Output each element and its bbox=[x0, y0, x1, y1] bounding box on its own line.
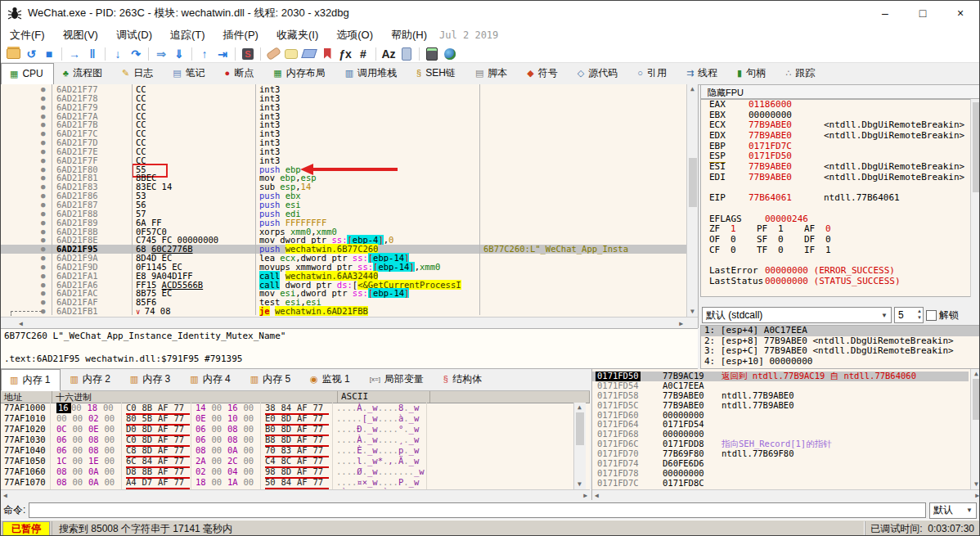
strings-icon[interactable]: Az bbox=[380, 47, 397, 61]
register-row[interactable]: EDI77B9ABE0<ntdll.DbgUiRemoteBreakin> bbox=[701, 173, 980, 183]
menu-视图(V)[interactable]: 视图(V) bbox=[54, 26, 107, 44]
stack-pane[interactable]: 0171FD5077B9AC19返回到 ntdll.77B9AC19 自 ntd… bbox=[591, 369, 980, 500]
call-tree-icon[interactable] bbox=[398, 47, 415, 61]
disasm-hscrollbar[interactable]: ◀ ▶ bbox=[1, 317, 698, 328]
disasm-row[interactable]: ●6AD21F77CCint3 bbox=[1, 85, 698, 94]
register-row[interactable]: LastError00000000 (ERROR_SUCCESS) bbox=[701, 266, 980, 277]
seh-s-icon[interactable]: S bbox=[240, 47, 256, 61]
disasm-row[interactable]: ●6AD21F8653push ebx bbox=[1, 191, 698, 200]
disasm-row[interactable]: ●6AD21F7CCCint3 bbox=[1, 129, 698, 138]
register-value[interactable]: 00000000 (STATUS_SUCCESS) bbox=[765, 277, 901, 287]
pause-icon[interactable]: ‖ bbox=[84, 47, 101, 61]
stack-row[interactable]: 0171FD6000000000 bbox=[592, 411, 969, 421]
registers-vscrollbar[interactable] bbox=[970, 99, 980, 297]
step-into-icon[interactable]: ↓ bbox=[110, 47, 126, 61]
register-row[interactable] bbox=[701, 204, 980, 214]
stack-row[interactable]: 0171FD640171FD54 bbox=[592, 420, 969, 430]
breakpoint-dot[interactable]: ● bbox=[41, 218, 45, 227]
disasm-row[interactable]: ●6AD21F7ACCint3 bbox=[1, 112, 698, 121]
tab-脚本[interactable]: ▤脚本 bbox=[466, 62, 518, 84]
breakpoint-dot[interactable]: ● bbox=[41, 263, 45, 272]
breakpoint-dot[interactable]: ● bbox=[41, 85, 45, 94]
dump-row[interactable]: 77AF100016001800C08BAF77140016003884AF77… bbox=[1, 403, 573, 413]
register-row[interactable]: LastStatus00000000 (STATUS_SUCCESS) bbox=[701, 277, 980, 287]
dump-row[interactable]: 77AF107008000A00A4D7AF7718001A005084AF77… bbox=[1, 477, 573, 488]
run-icon[interactable]: → bbox=[66, 47, 83, 61]
dump-row[interactable]: 77AF10200C000E00D08DAF7706000800B08DAF77… bbox=[1, 424, 573, 435]
tab-符号[interactable]: ◆符号 bbox=[518, 62, 568, 84]
calculator-icon[interactable] bbox=[424, 47, 440, 61]
stack-hscrollbar[interactable]: ◀ ▶ bbox=[592, 489, 980, 500]
breakpoint-dot[interactable]: ● bbox=[41, 254, 45, 263]
disasm-vscrollbar[interactable]: ▲ ▼ bbox=[686, 84, 699, 317]
tab-CPU[interactable]: ▦CPU bbox=[1, 63, 54, 85]
register-row[interactable]: EBP0171FD7C bbox=[701, 142, 980, 152]
menu-收藏夹(I)[interactable]: 收藏夹(I) bbox=[267, 26, 327, 44]
minimize-button[interactable]: – bbox=[866, 1, 904, 25]
breakpoint-dot[interactable]: ● bbox=[41, 156, 45, 165]
execute-till-return-icon[interactable]: ↑ bbox=[196, 47, 213, 61]
breakpoint-dot[interactable]: ● bbox=[41, 236, 45, 245]
stack-row[interactable]: 0171FD7077B69F80ntdll.77B69F80 bbox=[592, 449, 969, 459]
calling-convention-select[interactable]: 默认 (stdcall)▼ bbox=[702, 307, 892, 323]
register-row[interactable]: OF0SF0DF0 bbox=[701, 235, 980, 245]
bookmark-icon[interactable] bbox=[319, 47, 335, 61]
stop-icon[interactable]: ■ bbox=[41, 47, 57, 61]
disasm-row[interactable]: ●6AD21F8383EC 14sub esp,14 bbox=[1, 182, 698, 191]
breakpoint-dot[interactable]: ● bbox=[41, 298, 45, 307]
disasm-row[interactable]: ●6AD21F8857push edi bbox=[1, 209, 698, 218]
register-value[interactable]: 00000000 (ERROR_SUCCESS) bbox=[765, 266, 895, 277]
stack-row[interactable]: 0171FD5C77B9ABE0ntdll.77B9ABE0 bbox=[592, 401, 969, 411]
registers-hscrollbar[interactable] bbox=[700, 297, 980, 305]
register-value[interactable]: 01186000 bbox=[748, 100, 792, 110]
stack-row[interactable]: 0171FD54A0C17EEA bbox=[592, 381, 969, 391]
hide-fpu-button[interactable]: 隐藏FPU bbox=[700, 84, 980, 99]
breakpoint-dot[interactable]: ● bbox=[41, 147, 45, 156]
register-row[interactable]: EAX01186000 bbox=[701, 100, 980, 110]
tab-SEH链[interactable]: §SEH链 bbox=[407, 62, 466, 84]
tab-内存 3[interactable]: ▥内存 3 bbox=[121, 368, 181, 390]
function-icon[interactable]: ƒx bbox=[337, 47, 353, 61]
register-list[interactable]: EAX01186000EBX00000000ECX77B9ABE0<ntdll.… bbox=[700, 99, 980, 297]
breakpoint-dot[interactable]: ● bbox=[41, 209, 45, 218]
stack-row[interactable]: 0171FD7C0171FD8C bbox=[592, 479, 969, 489]
breakpoint-dot[interactable]: ● bbox=[41, 120, 45, 129]
menu-文件(F)[interactable]: 文件(F) bbox=[1, 26, 54, 44]
tab-结构体[interactable]: §结构体 bbox=[434, 368, 492, 390]
dump-hscrollbar[interactable]: ◀ ▶ bbox=[1, 489, 590, 500]
registers-pane[interactable]: 隐藏FPU EAX01186000EBX00000000ECX77B9ABE0<… bbox=[700, 84, 980, 369]
open-folder-icon[interactable] bbox=[5, 47, 21, 61]
register-row[interactable]: EFLAGS00000246 bbox=[701, 214, 980, 225]
argument-count-spinner[interactable]: 5 ▲▼ bbox=[894, 307, 924, 323]
register-value[interactable]: 00000246 bbox=[765, 214, 808, 225]
tab-流程图[interactable]: ♣流程图 bbox=[54, 62, 113, 84]
command-combo[interactable]: 默认▼ bbox=[929, 502, 977, 519]
stack-row[interactable]: 0171FD74D60FE6D6 bbox=[592, 459, 969, 469]
tab-内存 5[interactable]: ▥内存 5 bbox=[241, 368, 301, 390]
tab-引用[interactable]: ○引用 bbox=[628, 62, 677, 84]
tab-线程[interactable]: ⇉线程 bbox=[677, 62, 728, 84]
tab-日志[interactable]: ✎日志 bbox=[113, 62, 164, 84]
memory-dump-pane[interactable]: 地址 十六进制 ASCII 77AF100016001800C08BAF7714… bbox=[1, 391, 590, 500]
run-to-user-code-icon[interactable]: ⇥ bbox=[214, 47, 231, 61]
breakpoint-dot[interactable]: ● bbox=[41, 94, 45, 103]
label-icon[interactable] bbox=[301, 47, 317, 61]
register-row[interactable]: CF0TF0IF1 bbox=[701, 245, 980, 256]
breakpoint-dot[interactable]: ● bbox=[41, 245, 45, 254]
breakpoint-dot[interactable]: ● bbox=[41, 281, 45, 290]
tab-局部变量[interactable]: [x=]局部变量 bbox=[361, 368, 434, 390]
dump-row[interactable]: 77AF10501C001E006C84AF772A002C00C48CAF77… bbox=[1, 456, 573, 466]
breakpoint-dot[interactable]: ● bbox=[41, 165, 45, 174]
stack-vscrollbar[interactable]: ▲ ▼ bbox=[970, 369, 980, 489]
register-value[interactable]: 77B9ABE0 bbox=[748, 162, 792, 173]
register-value[interactable]: 77B64061 bbox=[748, 193, 792, 204]
register-row[interactable]: ESI77B9ABE0<ntdll.DbgUiRemoteBreakin> bbox=[701, 162, 980, 173]
disasm-row[interactable]: ●6AD21F7ECCint3 bbox=[1, 147, 698, 156]
patch-icon[interactable] bbox=[265, 47, 281, 61]
disasm-row[interactable]: ●6AD21F8756push esi bbox=[1, 200, 698, 209]
menu-插件(P)[interactable]: 插件(P) bbox=[214, 26, 267, 44]
tab-内存 2[interactable]: ▥内存 2 bbox=[61, 368, 120, 390]
disasm-row[interactable]: ●6AD21F8055push ebp bbox=[1, 165, 698, 174]
restart-icon[interactable]: ↺ bbox=[23, 47, 39, 61]
stack-row[interactable]: 0171FD5877B9ABE0ntdll.77B9ABE0 bbox=[592, 391, 969, 401]
